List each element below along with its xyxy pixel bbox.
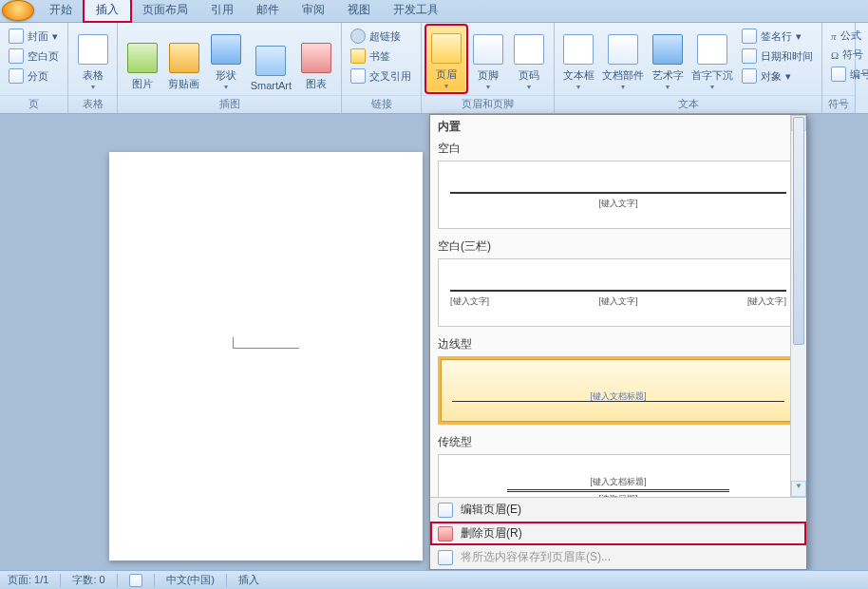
placeholder-text: [键入文字] xyxy=(450,198,786,210)
shapes-button[interactable]: 形状▾ xyxy=(205,25,247,93)
chart-icon xyxy=(301,43,331,73)
tab-mailings[interactable]: 邮件 xyxy=(245,0,291,22)
shapes-icon xyxy=(211,34,241,65)
status-proof-icon[interactable] xyxy=(129,574,142,587)
blank-page-label: 空白页 xyxy=(28,49,59,64)
status-language[interactable]: 中文(中国) xyxy=(166,573,215,587)
header-icon xyxy=(431,33,462,64)
dropcap-icon xyxy=(697,34,727,65)
ribbon: 封面▾ 空白页 分页 页 表格▾ 表格 图片 剪贴画 xyxy=(0,23,868,114)
edit-header-label: 编辑页眉(E) xyxy=(461,502,521,518)
quickparts-label: 文档部件 xyxy=(602,68,644,83)
group-label-tables: 表格 xyxy=(68,95,117,113)
placeholder-text: [键入文字] xyxy=(747,295,786,308)
gallery-footer: 编辑页眉(E) 删除页眉(R) 将所选内容保存到页眉库(S)... xyxy=(430,497,806,569)
shapes-label: 形状 xyxy=(216,68,236,83)
group-label-headerfooter: 页眉和页脚 xyxy=(422,95,554,113)
status-words[interactable]: 字数: 0 xyxy=(72,573,104,587)
textbox-button[interactable]: 文本框▾ xyxy=(558,25,598,93)
tab-references[interactable]: 引用 xyxy=(199,0,245,22)
table-icon xyxy=(78,34,108,65)
pagenum-label: 页码 xyxy=(519,68,539,83)
header-gallery: 内置 空白 [键入文字] 空白(三栏) [键入文字] [键入文字] [键入文字]… xyxy=(429,114,807,570)
equation-label: 公式 xyxy=(840,28,861,43)
group-label-text: 文本 xyxy=(555,95,821,113)
tab-layout[interactable]: 页面布局 xyxy=(131,0,199,22)
wordart-button[interactable]: 艺术字▾ xyxy=(648,25,688,93)
edit-header-text: 编辑页眉(E) xyxy=(461,503,521,516)
page-break-button[interactable]: 分页 xyxy=(6,66,62,86)
crossref-label: 交叉引用 xyxy=(369,69,411,84)
cover-page-button[interactable]: 封面▾ xyxy=(6,27,62,46)
document-page[interactable] xyxy=(109,152,423,560)
remove-header-label: 删除页眉(R) xyxy=(461,525,522,542)
gallery-cat-blank: 空白 xyxy=(430,137,806,159)
omega-icon: Ω xyxy=(831,49,839,61)
footer-icon xyxy=(473,34,503,65)
scroll-down-icon[interactable]: ▼ xyxy=(791,481,806,497)
save-icon xyxy=(438,550,453,565)
dropcap-button[interactable]: 首字下沉▾ xyxy=(688,25,737,93)
edit-header-menu[interactable]: 编辑页眉(E) xyxy=(430,498,806,522)
remove-header-menu[interactable]: 删除页眉(R) xyxy=(430,522,806,545)
sigline-label: 签名行 xyxy=(761,29,792,44)
status-bar: 页面: 1/1 字数: 0 中文(中国) 插入 xyxy=(0,570,868,589)
smartart-icon xyxy=(255,46,286,76)
quickparts-icon xyxy=(608,34,638,65)
page-number-button[interactable]: 页码▾ xyxy=(508,25,550,93)
chart-button[interactable]: 图表 xyxy=(295,25,337,93)
number-button[interactable]: 编号 xyxy=(828,65,868,84)
placeholder-doc-title: [键入文档标题] xyxy=(452,390,784,403)
tab-developer[interactable]: 开发工具 xyxy=(382,0,450,22)
symbol-button[interactable]: Ω 符号 xyxy=(828,46,868,64)
footer-label: 页脚 xyxy=(478,68,499,83)
quickparts-button[interactable]: 文档部件▾ xyxy=(598,25,648,93)
save-to-gallery-menu: 将所选内容保存到页眉库(S)... xyxy=(430,545,806,569)
equation-button[interactable]: π 公式 xyxy=(828,27,868,45)
link-icon xyxy=(350,28,366,44)
tab-view[interactable]: 视图 xyxy=(336,0,382,22)
gallery-item-blank3[interactable]: [键入文字] [键入文字] [键入文字] xyxy=(438,258,799,327)
tab-insert[interactable]: 插入 xyxy=(84,0,131,22)
date-time-button[interactable]: 日期和时间 xyxy=(739,47,816,66)
crossref-icon xyxy=(350,68,366,84)
tab-review[interactable]: 审阅 xyxy=(291,0,336,22)
textbox-icon xyxy=(563,34,594,65)
gallery-cat-border: 边线型 xyxy=(430,332,806,354)
placeholder-doc-title: [键入文档标题] xyxy=(450,476,786,488)
object-button[interactable]: 对象▾ xyxy=(739,66,816,86)
gallery-scrollbar[interactable]: ▲ ▼ xyxy=(790,115,806,497)
header-button[interactable]: 页眉▾ xyxy=(425,25,467,93)
number-icon xyxy=(831,66,846,82)
gallery-item-blank[interactable]: [键入文字] xyxy=(438,161,799,229)
gallery-item-classic[interactable]: [键入文档标题] [选取日期] xyxy=(438,454,799,497)
crossref-button[interactable]: 交叉引用 xyxy=(348,66,414,86)
group-label-pages: 页 xyxy=(0,95,67,113)
signature-line-button[interactable]: 签名行▾ xyxy=(739,27,816,46)
placeholder-text: [键入文字] xyxy=(598,295,637,308)
smartart-button[interactable]: SmartArt xyxy=(247,25,295,93)
status-mode[interactable]: 插入 xyxy=(238,573,259,587)
picture-button[interactable]: 图片 xyxy=(122,25,163,93)
placeholder-row: [键入文字] [键入文字] [键入文字] xyxy=(450,295,786,308)
picture-label: 图片 xyxy=(132,77,153,91)
status-page[interactable]: 页面: 1/1 xyxy=(8,573,48,587)
office-button[interactable] xyxy=(2,0,34,21)
placeholder-text: [键入文字] xyxy=(450,295,489,308)
footer-button[interactable]: 页脚▾ xyxy=(467,25,509,93)
gallery-cat-blank3: 空白(三栏) xyxy=(430,235,806,256)
table-button[interactable]: 表格▾ xyxy=(72,25,113,93)
hyperlink-button[interactable]: 超链接 xyxy=(348,27,414,46)
table-label: 表格 xyxy=(83,68,104,83)
clipart-button[interactable]: 剪贴画 xyxy=(163,25,205,93)
datetime-label: 日期和时间 xyxy=(761,49,813,64)
chart-label: 图表 xyxy=(306,77,327,91)
scroll-thumb[interactable] xyxy=(793,117,804,345)
pi-icon: π xyxy=(831,30,837,42)
gallery-item-border[interactable]: [键入文档标题] xyxy=(438,356,799,425)
tab-start[interactable]: 开始 xyxy=(38,0,84,22)
cover-page-label: 封面 xyxy=(28,29,48,44)
bookmark-button[interactable]: 书签 xyxy=(348,47,414,66)
margin-mark xyxy=(233,337,299,349)
blank-page-button[interactable]: 空白页 xyxy=(6,47,62,66)
